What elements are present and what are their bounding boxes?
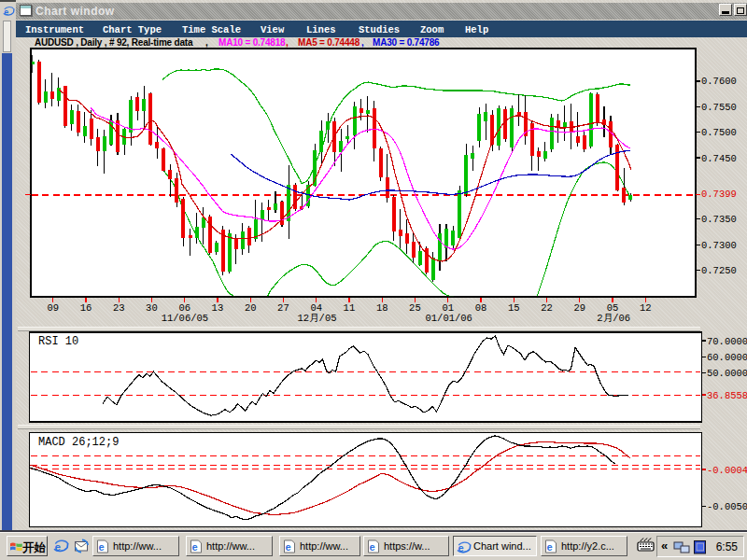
svg-text:e: e (370, 541, 375, 553)
svg-text:18: 18 (376, 302, 388, 314)
svg-text:e: e (547, 541, 553, 553)
svg-text:09: 09 (47, 302, 59, 314)
svg-text:15: 15 (508, 302, 520, 314)
svg-text:20: 20 (245, 302, 257, 314)
svg-text:0.7550: 0.7550 (701, 102, 737, 113)
svg-text:29: 29 (573, 302, 585, 314)
svg-text:12: 12 (640, 302, 652, 314)
svg-text:RSI 10: RSI 10 (38, 335, 78, 348)
svg-text:e: e (192, 541, 198, 553)
svg-text:-0.0004: -0.0004 (707, 465, 747, 476)
svg-text:13: 13 (212, 302, 224, 314)
svg-text:25: 25 (409, 302, 421, 314)
svg-text:60.0000: 60.0000 (707, 352, 747, 363)
svg-text:0.7450: 0.7450 (701, 153, 737, 164)
svg-text:08: 08 (475, 302, 487, 314)
svg-text:2月/06: 2月/06 (597, 313, 630, 324)
svg-text:22: 22 (541, 302, 553, 314)
svg-text:e: e (286, 541, 291, 553)
svg-text:36.8558: 36.8558 (707, 390, 747, 401)
svg-text:-0.0050: -0.0050 (707, 501, 747, 512)
svg-text:16: 16 (80, 302, 92, 314)
svg-text:01/01/06: 01/01/06 (425, 313, 472, 324)
svg-text:11/06/05: 11/06/05 (162, 313, 208, 324)
svg-text:12月/05: 12月/05 (297, 313, 336, 324)
svg-text:MACD 26;12;9: MACD 26;12;9 (38, 436, 119, 449)
svg-text:30: 30 (146, 302, 158, 314)
svg-text:0.7250: 0.7250 (701, 265, 737, 276)
svg-text:11: 11 (344, 302, 356, 314)
svg-text:0.7350: 0.7350 (701, 214, 737, 225)
svg-text:23: 23 (113, 302, 125, 314)
svg-text:0.7300: 0.7300 (701, 240, 737, 251)
svg-text:70.0000: 70.0000 (707, 336, 747, 347)
svg-text:0.7500: 0.7500 (701, 127, 737, 138)
svg-text:50.0000: 50.0000 (707, 368, 747, 379)
svg-text:0.7600: 0.7600 (701, 76, 737, 87)
svg-text:27: 27 (277, 302, 289, 314)
svg-text:0.7399: 0.7399 (701, 189, 737, 200)
svg-text:e: e (99, 541, 105, 553)
